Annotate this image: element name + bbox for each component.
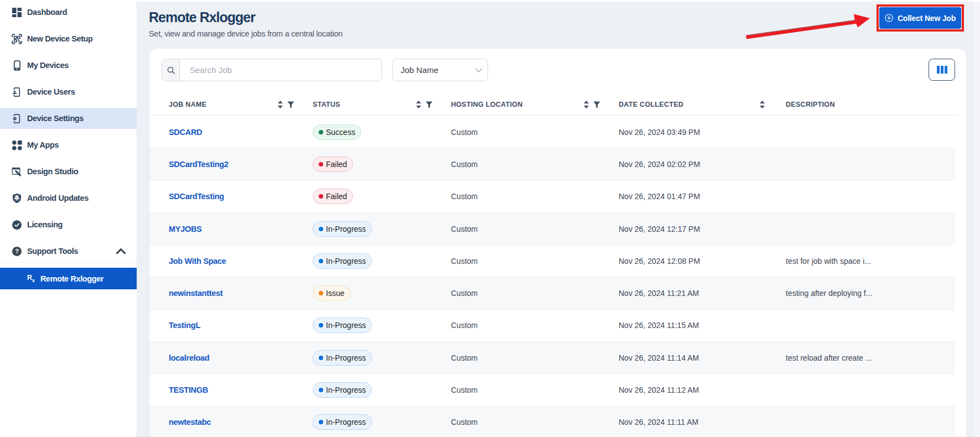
svg-text:?: ? [15, 248, 19, 254]
